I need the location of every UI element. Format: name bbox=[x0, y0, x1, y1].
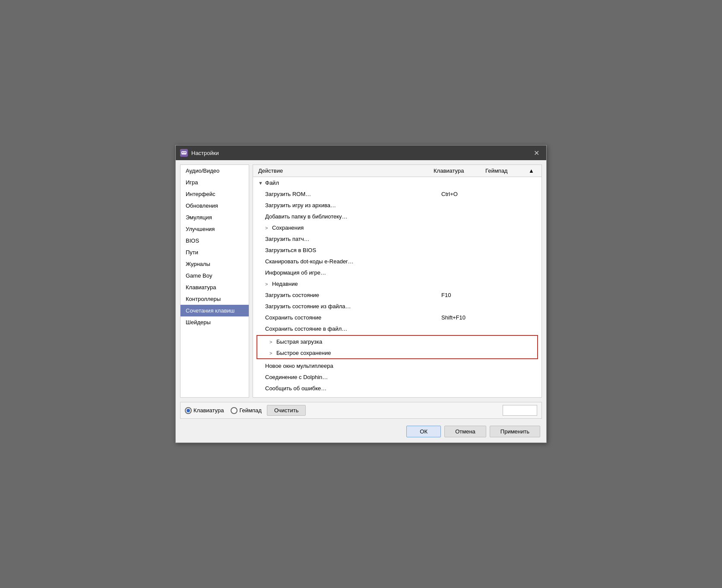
row-label: Добавить папку в библиотеку… bbox=[265, 213, 441, 220]
table-row[interactable]: Добавить папку в библиотеку… bbox=[253, 211, 542, 222]
row-label: > Быстрая загрузка bbox=[269, 338, 437, 345]
row-label: Сообщить об ошибке… bbox=[265, 385, 441, 392]
table-row[interactable]: > Сохранения bbox=[253, 222, 542, 233]
table-row[interactable]: Сообщить об ошибке… bbox=[253, 383, 542, 394]
row-label: > Недавние bbox=[265, 281, 441, 287]
sidebar-item[interactable]: Обновления bbox=[180, 200, 249, 212]
table-row[interactable]: Загрузить состояние из файла… bbox=[253, 300, 542, 312]
svg-rect-0 bbox=[181, 151, 187, 155]
sidebar-item[interactable]: BIOS bbox=[180, 235, 249, 247]
table-row[interactable]: Загрузиться в BIOS bbox=[253, 244, 542, 256]
row-label: > Быстрое сохранение bbox=[269, 350, 437, 356]
row-label: О программе… bbox=[265, 396, 441, 398]
window-body: Аудио/ВидеоИграИнтерфейсОбновленияЭмуляц… bbox=[176, 160, 546, 443]
svg-rect-2 bbox=[184, 152, 186, 153]
sidebar-item[interactable]: Интерфейс bbox=[180, 188, 249, 200]
radio-gamepad-text: Геймпад bbox=[239, 407, 261, 414]
sidebar-item[interactable]: Эмуляция bbox=[180, 212, 249, 223]
row-label: Сохранить состояние bbox=[265, 314, 441, 321]
header-gamepad: Геймпад bbox=[485, 168, 529, 174]
radio-gamepad-label[interactable]: Геймпад bbox=[231, 407, 261, 414]
row-label: Информация об игре… bbox=[265, 269, 441, 276]
sidebar-item[interactable]: Аудио/Видео bbox=[180, 165, 249, 177]
sidebar-item[interactable]: Улучшения bbox=[180, 223, 249, 235]
table-row[interactable]: Загрузить состояниеF10 bbox=[253, 289, 542, 300]
highlighted-group: > Быстрая загрузка> Быстрое сохранение bbox=[256, 335, 538, 359]
apply-button[interactable]: Применить bbox=[490, 426, 540, 437]
sidebar-item[interactable]: Клавиатура bbox=[180, 281, 249, 293]
sidebar: Аудио/ВидеоИграИнтерфейсОбновленияЭмуляц… bbox=[180, 164, 249, 398]
table-row[interactable]: Сохранить состояние в файл… bbox=[253, 323, 542, 334]
titlebar-left: Настройки bbox=[180, 149, 219, 157]
clear-button[interactable]: Очистить bbox=[267, 405, 306, 416]
header-action: Действие bbox=[258, 168, 434, 174]
table-row[interactable]: Сохранить состояниеShift+F10 bbox=[253, 312, 542, 323]
svg-rect-1 bbox=[182, 152, 184, 153]
table-row[interactable]: О программе… bbox=[253, 394, 542, 397]
table-row[interactable]: Соединение с Dolphin… bbox=[253, 371, 542, 383]
main-area: Аудио/ВидеоИграИнтерфейсОбновленияЭмуляц… bbox=[180, 164, 542, 398]
titlebar: Настройки ✕ bbox=[176, 145, 546, 160]
bottom-bar: Клавиатура Геймпад Очистить bbox=[180, 402, 542, 419]
row-label: Загрузить состояние из файла… bbox=[265, 303, 441, 310]
expand-icon[interactable]: > bbox=[269, 351, 275, 356]
header-keyboard: Клавиатура bbox=[434, 168, 485, 174]
radio-group: Клавиатура Геймпад bbox=[185, 407, 262, 414]
table-row[interactable]: Сканировать dot-коды e-Reader… bbox=[253, 256, 542, 267]
table-row[interactable]: ▼ Файл bbox=[253, 177, 542, 188]
ok-button[interactable]: ОК bbox=[406, 426, 441, 437]
dialog-buttons: ОК Отмена Применить bbox=[180, 423, 542, 438]
radio-keyboard[interactable] bbox=[185, 407, 192, 414]
expand-icon[interactable]: > bbox=[269, 339, 275, 345]
row-label: Загрузить состояние bbox=[265, 292, 441, 298]
radio-keyboard-text: Клавиатура bbox=[193, 407, 224, 414]
row-label: Соединение с Dolphin… bbox=[265, 374, 441, 380]
table-row[interactable]: > Быстрая загрузка bbox=[257, 336, 537, 347]
sidebar-item[interactable]: Game Boy bbox=[180, 270, 249, 281]
expand-icon[interactable]: > bbox=[265, 281, 270, 287]
sidebar-item[interactable]: Журналы bbox=[180, 258, 249, 270]
close-button[interactable]: ✕ bbox=[531, 148, 542, 158]
expand-icon[interactable]: > bbox=[265, 225, 270, 231]
header-scroll: ▲ bbox=[529, 168, 536, 174]
table-row[interactable]: Информация об игре… bbox=[253, 267, 542, 278]
content-area: Действие Клавиатура Геймпад ▲ ▼ ФайлЗагр… bbox=[253, 164, 542, 398]
sidebar-item[interactable]: Сочетания клавиш bbox=[180, 305, 249, 316]
sidebar-item[interactable]: Контроллеры bbox=[180, 293, 249, 305]
table-row[interactable]: Загрузить ROM…Ctrl+O bbox=[253, 188, 542, 199]
expand-icon[interactable]: ▼ bbox=[258, 180, 263, 186]
app-icon bbox=[180, 149, 188, 157]
table-scroll[interactable]: ▼ ФайлЗагрузить ROM…Ctrl+OЗагрузить игру… bbox=[253, 177, 542, 397]
row-label: Загрузить игру из архива… bbox=[265, 202, 441, 209]
window-title: Настройки bbox=[191, 150, 219, 156]
radio-gamepad[interactable] bbox=[231, 407, 238, 414]
table-row[interactable]: > Недавние bbox=[253, 278, 542, 289]
row-label: Загрузиться в BIOS bbox=[265, 247, 441, 253]
settings-window: Настройки ✕ Аудио/ВидеоИграИнтерфейсОбно… bbox=[175, 145, 547, 443]
row-label: > Сохранения bbox=[265, 224, 441, 231]
radio-keyboard-label[interactable]: Клавиатура bbox=[185, 407, 224, 414]
row-label: Новое окно мультиплеера bbox=[265, 363, 441, 369]
sidebar-item[interactable]: Пути bbox=[180, 247, 249, 258]
sidebar-item[interactable]: Игра bbox=[180, 177, 249, 188]
row-keyboard: Shift+F10 bbox=[441, 314, 493, 321]
row-label: Загрузить ROM… bbox=[265, 191, 441, 197]
sidebar-item[interactable]: Шейдеры bbox=[180, 316, 249, 328]
row-label: Загрузить патч… bbox=[265, 236, 441, 242]
table-row[interactable]: Новое окно мультиплеера bbox=[253, 360, 542, 371]
keybind-input[interactable] bbox=[503, 405, 537, 416]
cancel-button[interactable]: Отмена bbox=[444, 426, 486, 437]
row-keyboard: F10 bbox=[441, 292, 493, 298]
row-label: ▼ Файл bbox=[258, 180, 441, 186]
row-label: Сканировать dot-коды e-Reader… bbox=[265, 258, 441, 265]
table-header: Действие Клавиатура Геймпад ▲ bbox=[253, 165, 542, 177]
row-keyboard: Ctrl+O bbox=[441, 191, 493, 197]
table-row[interactable]: > Быстрое сохранение bbox=[257, 347, 537, 358]
row-label: Сохранить состояние в файл… bbox=[265, 326, 441, 332]
table-row[interactable]: Загрузить патч… bbox=[253, 233, 542, 244]
table-row[interactable]: Загрузить игру из архива… bbox=[253, 199, 542, 211]
